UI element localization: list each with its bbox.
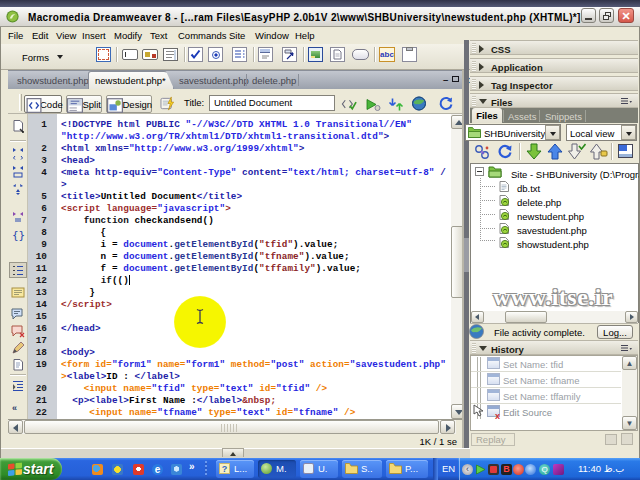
svg-text:{}: {} — [12, 229, 25, 242]
